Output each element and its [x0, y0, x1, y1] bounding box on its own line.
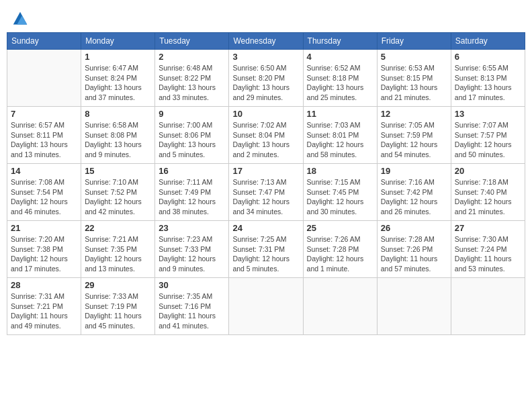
day-number: 4 [307, 52, 373, 62]
logo-icon [11, 9, 30, 28]
calendar-cell [7, 50, 81, 107]
day-info: Sunrise: 6:48 AMSunset: 8:22 PMDaylight:… [159, 63, 225, 103]
day-info: Sunrise: 6:50 AMSunset: 8:20 PMDaylight:… [232, 63, 299, 103]
calendar-cell: 3Sunrise: 6:50 AMSunset: 8:20 PMDaylight… [229, 50, 303, 107]
day-info: Sunrise: 7:16 AMSunset: 7:42 PMDaylight:… [381, 177, 447, 217]
calendar-cell: 28Sunrise: 7:31 AMSunset: 7:21 PMDayligh… [7, 278, 81, 335]
day-info: Sunrise: 6:57 AMSunset: 8:11 PMDaylight:… [11, 120, 77, 160]
calendar-cell [377, 278, 451, 335]
calendar-cell: 19Sunrise: 7:16 AMSunset: 7:42 PMDayligh… [377, 164, 451, 221]
day-info: Sunrise: 7:33 AMSunset: 7:19 PMDaylight:… [85, 291, 151, 331]
day-info: Sunrise: 7:25 AMSunset: 7:31 PMDaylight:… [232, 234, 299, 274]
day-info: Sunrise: 6:58 AMSunset: 8:08 PMDaylight:… [85, 120, 151, 160]
weekday-header-row: SundayMondayTuesdayWednesdayThursdayFrid… [7, 33, 525, 50]
calendar-cell: 12Sunrise: 7:05 AMSunset: 7:59 PMDayligh… [377, 107, 451, 164]
week-row-3: 14Sunrise: 7:08 AMSunset: 7:54 PMDayligh… [7, 164, 525, 221]
day-number: 2 [159, 52, 225, 62]
day-number: 22 [85, 223, 151, 233]
weekday-header-sunday: Sunday [7, 33, 81, 50]
calendar-cell [451, 278, 525, 335]
weekday-header-monday: Monday [81, 33, 155, 50]
calendar-cell: 14Sunrise: 7:08 AMSunset: 7:54 PMDayligh… [7, 164, 81, 221]
day-info: Sunrise: 7:08 AMSunset: 7:54 PMDaylight:… [11, 177, 77, 217]
day-info: Sunrise: 7:21 AMSunset: 7:35 PMDaylight:… [85, 234, 151, 274]
calendar-cell: 22Sunrise: 7:21 AMSunset: 7:35 PMDayligh… [81, 221, 155, 278]
day-info: Sunrise: 7:07 AMSunset: 7:57 PMDaylight:… [455, 120, 521, 160]
day-number: 26 [381, 223, 447, 233]
calendar-cell: 4Sunrise: 6:52 AMSunset: 8:18 PMDaylight… [303, 50, 377, 107]
calendar-cell: 21Sunrise: 7:20 AMSunset: 7:38 PMDayligh… [7, 221, 81, 278]
day-number: 10 [232, 109, 299, 119]
day-info: Sunrise: 7:20 AMSunset: 7:38 PMDaylight:… [11, 234, 77, 274]
day-info: Sunrise: 6:47 AMSunset: 8:24 PMDaylight:… [85, 63, 151, 103]
day-info: Sunrise: 7:28 AMSunset: 7:26 PMDaylight:… [381, 234, 447, 274]
calendar-cell: 15Sunrise: 7:10 AMSunset: 7:52 PMDayligh… [81, 164, 155, 221]
day-info: Sunrise: 7:03 AMSunset: 8:01 PMDaylight:… [307, 120, 373, 160]
day-number: 25 [307, 223, 373, 233]
day-info: Sunrise: 6:52 AMSunset: 8:18 PMDaylight:… [307, 63, 373, 103]
day-info: Sunrise: 7:30 AMSunset: 7:24 PMDaylight:… [455, 234, 521, 274]
day-info: Sunrise: 7:10 AMSunset: 7:52 PMDaylight:… [85, 177, 151, 217]
calendar-cell: 9Sunrise: 7:00 AMSunset: 8:06 PMDaylight… [155, 107, 229, 164]
calendar-cell: 25Sunrise: 7:26 AMSunset: 7:28 PMDayligh… [303, 221, 377, 278]
week-row-2: 7Sunrise: 6:57 AMSunset: 8:11 PMDaylight… [7, 107, 525, 164]
day-number: 29 [85, 280, 151, 290]
calendar-cell: 30Sunrise: 7:35 AMSunset: 7:16 PMDayligh… [155, 278, 229, 335]
day-number: 12 [381, 109, 447, 119]
weekday-header-friday: Friday [377, 33, 451, 50]
logo [9, 9, 30, 28]
day-number: 11 [307, 109, 373, 119]
calendar-cell: 24Sunrise: 7:25 AMSunset: 7:31 PMDayligh… [229, 221, 303, 278]
calendar-cell: 7Sunrise: 6:57 AMSunset: 8:11 PMDaylight… [7, 107, 81, 164]
day-info: Sunrise: 7:13 AMSunset: 7:47 PMDaylight:… [232, 177, 299, 217]
day-number: 21 [11, 223, 77, 233]
day-info: Sunrise: 7:23 AMSunset: 7:33 PMDaylight:… [159, 234, 225, 274]
calendar-cell: 23Sunrise: 7:23 AMSunset: 7:33 PMDayligh… [155, 221, 229, 278]
day-number: 5 [381, 52, 447, 62]
day-info: Sunrise: 7:05 AMSunset: 7:59 PMDaylight:… [381, 120, 447, 160]
week-row-5: 28Sunrise: 7:31 AMSunset: 7:21 PMDayligh… [7, 278, 525, 335]
day-number: 27 [455, 223, 521, 233]
day-number: 14 [11, 166, 77, 176]
calendar-cell: 5Sunrise: 6:53 AMSunset: 8:15 PMDaylight… [377, 50, 451, 107]
calendar-cell: 11Sunrise: 7:03 AMSunset: 8:01 PMDayligh… [303, 107, 377, 164]
day-info: Sunrise: 6:55 AMSunset: 8:13 PMDaylight:… [455, 63, 521, 103]
day-number: 23 [159, 223, 225, 233]
day-number: 20 [455, 166, 521, 176]
day-number: 1 [85, 52, 151, 62]
calendar-cell: 26Sunrise: 7:28 AMSunset: 7:26 PMDayligh… [377, 221, 451, 278]
calendar-cell [229, 278, 303, 335]
day-number: 17 [232, 166, 299, 176]
day-number: 6 [455, 52, 521, 62]
day-info: Sunrise: 7:15 AMSunset: 7:45 PMDaylight:… [307, 177, 373, 217]
week-row-4: 21Sunrise: 7:20 AMSunset: 7:38 PMDayligh… [7, 221, 525, 278]
calendar-cell: 10Sunrise: 7:02 AMSunset: 8:04 PMDayligh… [229, 107, 303, 164]
calendar-cell: 16Sunrise: 7:11 AMSunset: 7:49 PMDayligh… [155, 164, 229, 221]
calendar-body: 1Sunrise: 6:47 AMSunset: 8:24 PMDaylight… [7, 50, 525, 335]
day-number: 19 [381, 166, 447, 176]
day-number: 7 [11, 109, 77, 119]
page-header [7, 7, 525, 28]
weekday-header-wednesday: Wednesday [229, 33, 303, 50]
week-row-1: 1Sunrise: 6:47 AMSunset: 8:24 PMDaylight… [7, 50, 525, 107]
day-number: 18 [307, 166, 373, 176]
day-number: 8 [85, 109, 151, 119]
calendar-cell: 6Sunrise: 6:55 AMSunset: 8:13 PMDaylight… [451, 50, 525, 107]
day-number: 13 [455, 109, 521, 119]
calendar-cell: 17Sunrise: 7:13 AMSunset: 7:47 PMDayligh… [229, 164, 303, 221]
day-number: 15 [85, 166, 151, 176]
calendar-cell: 20Sunrise: 7:18 AMSunset: 7:40 PMDayligh… [451, 164, 525, 221]
calendar-table: SundayMondayTuesdayWednesdayThursdayFrid… [7, 32, 525, 335]
day-info: Sunrise: 6:53 AMSunset: 8:15 PMDaylight:… [381, 63, 447, 103]
calendar-cell: 29Sunrise: 7:33 AMSunset: 7:19 PMDayligh… [81, 278, 155, 335]
day-number: 24 [232, 223, 299, 233]
day-info: Sunrise: 7:26 AMSunset: 7:28 PMDaylight:… [307, 234, 373, 274]
day-number: 30 [159, 280, 225, 290]
calendar-cell: 18Sunrise: 7:15 AMSunset: 7:45 PMDayligh… [303, 164, 377, 221]
day-number: 16 [159, 166, 225, 176]
calendar-cell: 2Sunrise: 6:48 AMSunset: 8:22 PMDaylight… [155, 50, 229, 107]
day-info: Sunrise: 7:35 AMSunset: 7:16 PMDaylight:… [159, 291, 225, 331]
calendar-cell: 13Sunrise: 7:07 AMSunset: 7:57 PMDayligh… [451, 107, 525, 164]
weekday-header-tuesday: Tuesday [155, 33, 229, 50]
weekday-header-thursday: Thursday [303, 33, 377, 50]
